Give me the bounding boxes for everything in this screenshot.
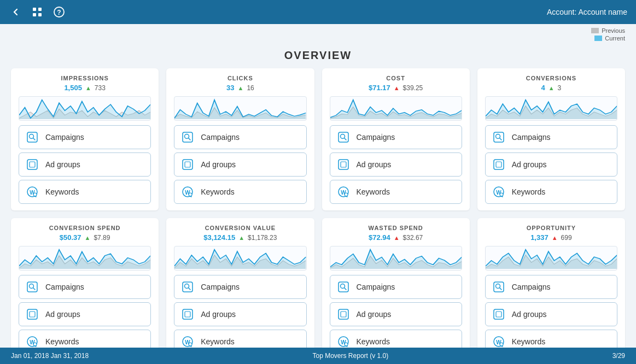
svg-rect-34 bbox=[341, 162, 346, 167]
nav-icon-2: W bbox=[491, 184, 506, 199]
sparkline-clicks bbox=[174, 96, 306, 121]
nav-btn-wasted-spend-campaigns[interactable]: Campaigns bbox=[330, 275, 462, 299]
nav-icon-2: W bbox=[336, 334, 351, 349]
nav-btn-impressions-campaigns[interactable]: Campaigns bbox=[19, 125, 151, 149]
svg-line-10 bbox=[33, 138, 36, 140]
nav-label: Keywords bbox=[201, 187, 234, 196]
sparkline-impressions bbox=[19, 96, 151, 121]
svg-rect-33 bbox=[339, 160, 348, 169]
svg-rect-85 bbox=[494, 282, 504, 292]
nav-btn-conversions-keywords[interactable]: W Keywords bbox=[485, 180, 617, 204]
nav-btn-clicks-campaigns[interactable]: Campaigns bbox=[174, 125, 306, 149]
nav-btn-opportunity-campaigns[interactable]: Campaigns bbox=[485, 275, 617, 299]
svg-point-48 bbox=[500, 193, 503, 196]
nav-btn-cost-ad-groups[interactable]: Ad groups bbox=[330, 152, 462, 177]
svg-line-38 bbox=[346, 196, 347, 197]
nav-icon-0 bbox=[25, 130, 40, 145]
legend-previous-box bbox=[591, 28, 599, 33]
metric-primary-value: 4 bbox=[541, 84, 545, 92]
nav-label: Ad groups bbox=[512, 160, 547, 169]
nav-label: Ad groups bbox=[45, 310, 80, 319]
metric-primary-value: $50.37 bbox=[60, 233, 81, 242]
nav-btn-conversion-value-ad-groups[interactable]: Ad groups bbox=[174, 302, 306, 326]
nav-icon-0 bbox=[336, 279, 351, 295]
svg-line-32 bbox=[344, 138, 346, 140]
metric-title-conversions: Conversions bbox=[485, 75, 617, 81]
svg-rect-22 bbox=[183, 160, 192, 169]
footer-date-range: Jan 01, 2018 Jan 31, 2018 bbox=[11, 352, 89, 360]
nav-btn-opportunity-ad-groups[interactable]: Ad groups bbox=[485, 302, 617, 326]
metric-card-opportunity: Opportunity 1,337 ▲ 699 Campaigns bbox=[477, 218, 625, 360]
metrics-grid: Impressions 1,505 ▲ 733 Campaigns bbox=[11, 68, 625, 360]
metric-primary-value: $72.94 bbox=[369, 233, 390, 242]
svg-point-81 bbox=[345, 343, 348, 346]
nav-btn-impressions-keywords[interactable]: W Keywords bbox=[19, 180, 151, 204]
sparkline-cost bbox=[330, 96, 462, 121]
svg-rect-1 bbox=[38, 8, 42, 11]
svg-marker-7 bbox=[19, 100, 150, 119]
grid-button[interactable] bbox=[30, 4, 45, 20]
svg-rect-66 bbox=[183, 309, 192, 319]
legend-previous-label: Previous bbox=[602, 27, 625, 34]
trend-arrow: ▲ bbox=[85, 234, 91, 241]
nav-btn-cost-keywords[interactable]: W Keywords bbox=[330, 180, 462, 204]
metric-card-wasted-spend: Wasted Spend $72.94 ▲ $32.67 Campaigns bbox=[322, 218, 470, 360]
trend-arrow: ▲ bbox=[85, 85, 91, 91]
nav-btn-conversion-value-campaigns[interactable]: Campaigns bbox=[174, 275, 306, 299]
nav-btn-conversions-ad-groups[interactable]: Ad groups bbox=[485, 152, 617, 177]
nav-icon-1 bbox=[336, 307, 351, 322]
trend-arrow: ▲ bbox=[394, 85, 400, 91]
nav-label: Ad groups bbox=[357, 310, 392, 319]
nav-btn-conversions-campaigns[interactable]: Campaigns bbox=[485, 125, 617, 149]
nav-btn-impressions-ad-groups[interactable]: Ad groups bbox=[19, 152, 151, 177]
metric-primary-value: $3,124.15 bbox=[203, 233, 235, 242]
metric-primary-value: 1,337 bbox=[530, 233, 549, 242]
svg-rect-41 bbox=[494, 132, 504, 142]
metric-card-cost: Cost $71.17 ▲ $39.25 Campaigns bbox=[322, 68, 470, 210]
nav-btn-clicks-ad-groups[interactable]: Ad groups bbox=[174, 152, 306, 177]
svg-point-92 bbox=[500, 343, 503, 346]
svg-line-43 bbox=[499, 138, 501, 140]
metric-title-clicks: Clicks bbox=[174, 75, 306, 81]
help-button[interactable]: ? bbox=[51, 4, 67, 20]
metric-secondary-value: $7.89 bbox=[94, 234, 110, 242]
nav-btn-conversion-spend-ad-groups[interactable]: Ad groups bbox=[19, 302, 151, 326]
nav-label: Keywords bbox=[512, 337, 545, 346]
header-nav: ? bbox=[9, 4, 67, 20]
svg-rect-19 bbox=[183, 132, 192, 142]
sparkline-conversions bbox=[485, 96, 617, 121]
sparkline-wasted-spend bbox=[330, 246, 462, 271]
nav-label: Ad groups bbox=[357, 160, 392, 169]
nav-btn-wasted-spend-ad-groups[interactable]: Ad groups bbox=[330, 302, 462, 326]
svg-point-70 bbox=[189, 343, 192, 346]
svg-rect-8 bbox=[27, 132, 37, 142]
svg-point-26 bbox=[189, 193, 192, 196]
nav-btn-conversion-spend-campaigns[interactable]: Campaigns bbox=[19, 275, 151, 299]
svg-rect-63 bbox=[183, 282, 192, 292]
back-button[interactable] bbox=[9, 5, 23, 19]
account-label: Account: Account name bbox=[547, 8, 627, 16]
nav-btn-cost-campaigns[interactable]: Campaigns bbox=[330, 125, 462, 149]
nav-icon-1 bbox=[491, 307, 506, 322]
metric-secondary-value: 3 bbox=[558, 84, 562, 92]
nav-icon-1 bbox=[180, 157, 195, 172]
nav-label: Ad groups bbox=[512, 310, 547, 319]
trend-arrow: ▲ bbox=[549, 85, 555, 91]
metric-title-conversion-value: Conversion Value bbox=[174, 225, 306, 231]
svg-line-76 bbox=[344, 288, 346, 290]
metric-title-cost: Cost bbox=[330, 75, 462, 81]
svg-marker-84 bbox=[486, 250, 617, 269]
metric-card-conversions: Conversions 4 ▲ 3 Campaigns A bbox=[477, 68, 625, 210]
nav-label: Keywords bbox=[512, 187, 545, 196]
nav-btn-clicks-keywords[interactable]: W Keywords bbox=[174, 180, 306, 204]
metric-title-wasted-spend: Wasted Spend bbox=[330, 225, 462, 231]
metric-title-impressions: Impressions bbox=[19, 75, 151, 81]
metric-values-cost: $71.17 ▲ $39.25 bbox=[330, 84, 462, 92]
metric-secondary-value: $32.67 bbox=[403, 234, 423, 242]
svg-rect-77 bbox=[339, 309, 348, 319]
sparkline-conversion-spend bbox=[19, 246, 151, 271]
metric-primary-value: $71.17 bbox=[369, 84, 390, 92]
app-footer: Jan 01, 2018 Jan 31, 2018 Top Movers Rep… bbox=[0, 348, 636, 364]
trend-arrow: ▲ bbox=[237, 85, 243, 91]
legend-current-label: Current bbox=[605, 35, 625, 42]
